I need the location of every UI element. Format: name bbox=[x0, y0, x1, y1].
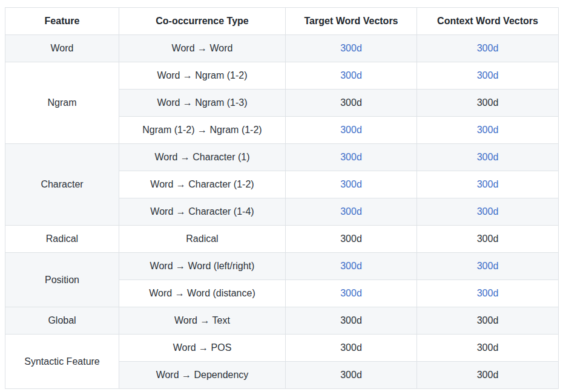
feature-cell: Ngram bbox=[5, 62, 119, 144]
cooccurrence-cell: Word → POS bbox=[119, 335, 286, 362]
context-vector-value: 300d bbox=[477, 315, 499, 325]
target-vector-value: 300d bbox=[340, 342, 362, 353]
context-vector-cell: 300d bbox=[417, 171, 559, 198]
feature-cell: Character bbox=[5, 144, 119, 226]
feature-cell: Global bbox=[5, 307, 119, 335]
context-vector-cell: 300d bbox=[417, 335, 559, 362]
target-vector-cell: 300d bbox=[286, 226, 417, 253]
target-vector-value: 300d bbox=[340, 370, 362, 380]
feature-cell: Radical bbox=[5, 226, 119, 253]
table-row: Ngram Word → Ngram (1-2) 300d 300d bbox=[5, 62, 559, 90]
context-vector-link[interactable]: 300d bbox=[477, 261, 499, 271]
feature-cell: Syntactic Feature bbox=[5, 335, 119, 389]
target-vector-cell: 300d bbox=[286, 335, 417, 362]
context-vector-value: 300d bbox=[477, 97, 499, 108]
table-row: Global Word → Text 300d 300d bbox=[5, 307, 559, 335]
target-vector-cell: 300d bbox=[286, 62, 417, 90]
cooccurrence-cell: Word → Dependency bbox=[119, 362, 286, 389]
target-vector-link[interactable]: 300d bbox=[340, 152, 362, 162]
target-vector-link[interactable]: 300d bbox=[340, 206, 362, 217]
context-vector-link[interactable]: 300d bbox=[477, 152, 499, 162]
context-vector-value: 300d bbox=[477, 234, 499, 244]
target-vector-link[interactable]: 300d bbox=[340, 179, 362, 189]
table-row: Position Word → Word (left/right) 300d 3… bbox=[5, 253, 559, 280]
context-vector-cell: 300d bbox=[417, 280, 559, 307]
target-vector-value: 300d bbox=[340, 315, 362, 325]
target-vector-link[interactable]: 300d bbox=[340, 70, 362, 80]
table-row: Character Word → Character (1) 300d 300d bbox=[5, 144, 559, 171]
table-row: Radical Radical 300d 300d bbox=[5, 226, 559, 253]
context-vector-cell: 300d bbox=[417, 90, 559, 117]
column-header-target: Target Word Vectors bbox=[286, 8, 417, 35]
feature-vectors-table: Feature Co-occurrence Type Target Word V… bbox=[5, 7, 559, 389]
target-vector-link[interactable]: 300d bbox=[340, 261, 362, 271]
context-vector-cell: 300d bbox=[417, 253, 559, 280]
context-vector-link[interactable]: 300d bbox=[477, 206, 499, 217]
cooccurrence-cell: Word → Character (1-4) bbox=[119, 198, 286, 226]
cooccurrence-cell: Word → Ngram (1-2) bbox=[119, 62, 286, 90]
table-header-row: Feature Co-occurrence Type Target Word V… bbox=[5, 8, 559, 35]
cooccurrence-cell: Word → Character (1-2) bbox=[119, 171, 286, 198]
target-vector-cell: 300d bbox=[286, 253, 417, 280]
target-vector-cell: 300d bbox=[286, 144, 417, 171]
column-header-feature: Feature bbox=[5, 8, 119, 35]
target-vector-cell: 300d bbox=[286, 307, 417, 335]
context-vector-link[interactable]: 300d bbox=[477, 288, 499, 298]
context-vector-cell: 300d bbox=[417, 117, 559, 144]
target-vector-cell: 300d bbox=[286, 35, 417, 62]
feature-cell: Position bbox=[5, 253, 119, 307]
cooccurrence-cell: Word → Word (left/right) bbox=[119, 253, 286, 280]
context-vector-link[interactable]: 300d bbox=[477, 43, 499, 53]
context-vector-cell: 300d bbox=[417, 362, 559, 389]
context-vector-value: 300d bbox=[477, 370, 499, 380]
context-vector-link[interactable]: 300d bbox=[477, 125, 499, 135]
column-header-type: Co-occurrence Type bbox=[119, 8, 286, 35]
target-vector-cell: 300d bbox=[286, 198, 417, 226]
target-vector-cell: 300d bbox=[286, 362, 417, 389]
target-vector-link[interactable]: 300d bbox=[340, 43, 362, 53]
context-vector-link[interactable]: 300d bbox=[477, 179, 499, 189]
target-vector-cell: 300d bbox=[286, 171, 417, 198]
context-vector-cell: 300d bbox=[417, 144, 559, 171]
cooccurrence-cell: Word → Character (1) bbox=[119, 144, 286, 171]
context-vector-cell: 300d bbox=[417, 307, 559, 335]
cooccurrence-cell: Radical bbox=[119, 226, 286, 253]
table-container: Feature Co-occurrence Type Target Word V… bbox=[0, 0, 563, 389]
cooccurrence-cell: Word → Word (distance) bbox=[119, 280, 286, 307]
target-vector-cell: 300d bbox=[286, 117, 417, 144]
target-vector-link[interactable]: 300d bbox=[340, 288, 362, 298]
target-vector-cell: 300d bbox=[286, 280, 417, 307]
target-vector-cell: 300d bbox=[286, 90, 417, 117]
feature-cell: Word bbox=[5, 35, 119, 62]
context-vector-cell: 300d bbox=[417, 198, 559, 226]
column-header-context: Context Word Vectors bbox=[417, 8, 559, 35]
context-vector-value: 300d bbox=[477, 342, 499, 353]
target-vector-value: 300d bbox=[340, 234, 362, 244]
context-vector-cell: 300d bbox=[417, 226, 559, 253]
context-vector-link[interactable]: 300d bbox=[477, 70, 499, 80]
context-vector-cell: 300d bbox=[417, 35, 559, 62]
table-row: Word Word → Word 300d 300d bbox=[5, 35, 559, 62]
cooccurrence-cell: Word → Word bbox=[119, 35, 286, 62]
cooccurrence-cell: Word → Ngram (1-3) bbox=[119, 90, 286, 117]
target-vector-link[interactable]: 300d bbox=[340, 125, 362, 135]
context-vector-cell: 300d bbox=[417, 62, 559, 90]
cooccurrence-cell: Word → Text bbox=[119, 307, 286, 335]
table-row: Syntactic Feature Word → POS 300d 300d bbox=[5, 335, 559, 362]
target-vector-value: 300d bbox=[340, 97, 362, 108]
cooccurrence-cell: Ngram (1-2) → Ngram (1-2) bbox=[119, 117, 286, 144]
